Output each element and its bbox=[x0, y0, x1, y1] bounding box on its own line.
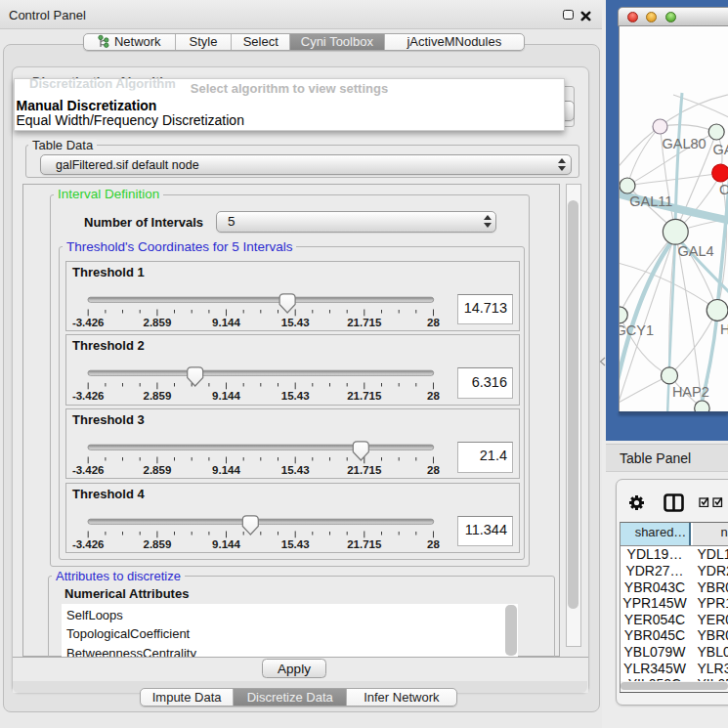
svg-text:2.859: 2.859 bbox=[144, 316, 172, 327]
svg-text:CYC: CYC bbox=[719, 182, 728, 197]
svg-text:HIS: HIS bbox=[720, 321, 728, 337]
svg-text:9.144: 9.144 bbox=[212, 537, 240, 549]
svg-text:21.715: 21.715 bbox=[347, 316, 382, 327]
svg-text:15.43: 15.43 bbox=[281, 390, 310, 402]
svg-text:-3.426: -3.426 bbox=[72, 316, 105, 327]
svg-text:15.43: 15.43 bbox=[281, 463, 310, 475]
svg-text:-3.426: -3.426 bbox=[72, 390, 105, 402]
svg-text:2.859: 2.859 bbox=[144, 537, 172, 549]
svg-text:15.43: 15.43 bbox=[281, 316, 310, 327]
svg-text:15.43: 15.43 bbox=[281, 537, 310, 549]
svg-text:HAP2: HAP2 bbox=[671, 384, 708, 400]
svg-text:9.144: 9.144 bbox=[212, 390, 240, 402]
svg-text:GAL3: GAL3 bbox=[712, 142, 728, 157]
svg-text:GAL11: GAL11 bbox=[629, 193, 672, 209]
svg-text:2.859: 2.859 bbox=[144, 390, 172, 402]
svg-text:21.715: 21.715 bbox=[347, 463, 382, 475]
svg-text:28: 28 bbox=[427, 463, 440, 475]
svg-text:21.715: 21.715 bbox=[347, 390, 382, 402]
svg-text:28: 28 bbox=[427, 316, 440, 327]
svg-text:21.715: 21.715 bbox=[347, 537, 382, 549]
svg-text:GCY1: GCY1 bbox=[620, 322, 654, 338]
svg-text:GAL4: GAL4 bbox=[677, 243, 713, 259]
svg-text:GAL80: GAL80 bbox=[662, 136, 706, 151]
svg-text:-3.426: -3.426 bbox=[72, 463, 105, 475]
svg-text:9.144: 9.144 bbox=[212, 316, 240, 327]
svg-text:9.144: 9.144 bbox=[212, 463, 240, 475]
svg-text:28: 28 bbox=[427, 390, 440, 402]
svg-text:-3.426: -3.426 bbox=[72, 537, 105, 549]
svg-text:2.859: 2.859 bbox=[144, 463, 172, 475]
svg-text:28: 28 bbox=[427, 537, 440, 549]
